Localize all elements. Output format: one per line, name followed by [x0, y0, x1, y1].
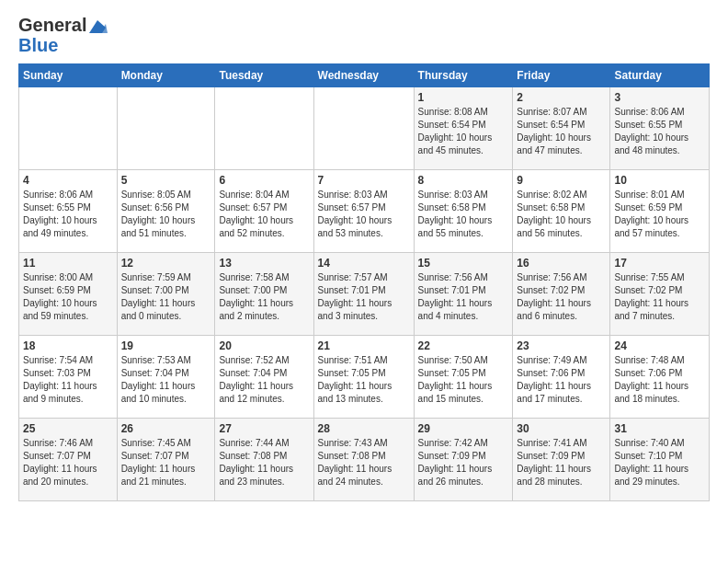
- day-number: 14: [318, 257, 410, 270]
- day-number: 28: [318, 422, 410, 435]
- day-info: Sunrise: 7:46 AMSunset: 7:07 PMDaylight:…: [23, 437, 113, 488]
- day-info: Sunrise: 7:48 AMSunset: 7:06 PMDaylight:…: [614, 354, 705, 406]
- day-info: Sunrise: 8:01 AMSunset: 6:59 PMDaylight:…: [614, 189, 705, 240]
- day-info: Sunrise: 8:04 AMSunset: 6:57 PMDaylight:…: [219, 189, 309, 240]
- calendar-cell: 30Sunrise: 7:41 AMSunset: 7:09 PMDayligh…: [513, 419, 610, 501]
- calendar-cell: 6Sunrise: 8:04 AMSunset: 6:57 PMDaylight…: [215, 170, 313, 253]
- day-number: 19: [121, 339, 211, 352]
- day-info: Sunrise: 7:55 AMSunset: 7:02 PMDaylight:…: [614, 271, 705, 323]
- day-info: Sunrise: 8:06 AMSunset: 6:55 PMDaylight:…: [614, 106, 705, 157]
- day-info: Sunrise: 8:06 AMSunset: 6:55 PMDaylight:…: [23, 189, 113, 240]
- calendar-cell: 5Sunrise: 8:05 AMSunset: 6:56 PMDaylight…: [117, 170, 215, 253]
- day-info: Sunrise: 7:56 AMSunset: 7:01 PMDaylight:…: [418, 271, 509, 323]
- week-row-3: 11Sunrise: 8:00 AMSunset: 6:59 PMDayligh…: [19, 253, 710, 336]
- calendar-cell: [19, 87, 118, 170]
- header-day-tuesday: Tuesday: [215, 64, 313, 87]
- day-number: 16: [517, 257, 606, 270]
- calendar-cell: 29Sunrise: 7:42 AMSunset: 7:09 PMDayligh…: [414, 419, 513, 501]
- calendar-cell: 16Sunrise: 7:56 AMSunset: 7:02 PMDayligh…: [513, 253, 610, 336]
- week-row-4: 18Sunrise: 7:54 AMSunset: 7:03 PMDayligh…: [19, 336, 710, 419]
- calendar-cell: 26Sunrise: 7:45 AMSunset: 7:07 PMDayligh…: [117, 419, 215, 501]
- calendar-cell: 7Sunrise: 8:03 AMSunset: 6:57 PMDaylight…: [313, 170, 414, 253]
- day-info: Sunrise: 8:03 AMSunset: 6:58 PMDaylight:…: [418, 189, 509, 240]
- day-info: Sunrise: 8:00 AMSunset: 6:59 PMDaylight:…: [23, 271, 113, 323]
- calendar-cell: 4Sunrise: 8:06 AMSunset: 6:55 PMDaylight…: [19, 170, 118, 253]
- header-day-wednesday: Wednesday: [313, 64, 414, 87]
- day-info: Sunrise: 7:58 AMSunset: 7:00 PMDaylight:…: [219, 271, 309, 323]
- day-number: 7: [318, 174, 410, 187]
- day-number: 9: [517, 174, 606, 187]
- logo-general: General: [18, 15, 86, 35]
- day-info: Sunrise: 7:49 AMSunset: 7:06 PMDaylight:…: [517, 354, 606, 406]
- calendar-cell: 23Sunrise: 7:49 AMSunset: 7:06 PMDayligh…: [513, 336, 610, 419]
- calendar-cell: 27Sunrise: 7:44 AMSunset: 7:08 PMDayligh…: [215, 419, 313, 501]
- logo-icon: [87, 18, 108, 35]
- calendar-cell: [313, 87, 414, 170]
- calendar-cell: 18Sunrise: 7:54 AMSunset: 7:03 PMDayligh…: [19, 336, 118, 419]
- day-number: 8: [418, 174, 509, 187]
- header-day-sunday: Sunday: [19, 64, 118, 87]
- day-number: 1: [418, 91, 509, 104]
- day-number: 24: [614, 339, 705, 352]
- day-info: Sunrise: 7:43 AMSunset: 7:08 PMDaylight:…: [318, 437, 410, 488]
- week-row-5: 25Sunrise: 7:46 AMSunset: 7:07 PMDayligh…: [19, 419, 710, 501]
- day-info: Sunrise: 8:02 AMSunset: 6:58 PMDaylight:…: [517, 189, 606, 240]
- day-info: Sunrise: 7:51 AMSunset: 7:05 PMDaylight:…: [318, 354, 410, 406]
- day-info: Sunrise: 7:45 AMSunset: 7:07 PMDaylight:…: [121, 437, 211, 488]
- day-number: 23: [517, 339, 606, 352]
- day-number: 31: [614, 422, 705, 435]
- calendar-cell: 15Sunrise: 7:56 AMSunset: 7:01 PMDayligh…: [414, 253, 513, 336]
- header-day-saturday: Saturday: [610, 64, 710, 87]
- day-number: 17: [614, 257, 705, 270]
- page-header: General Blue: [18, 15, 710, 56]
- calendar-cell: 2Sunrise: 8:07 AMSunset: 6:54 PMDaylight…: [513, 87, 610, 170]
- day-info: Sunrise: 8:03 AMSunset: 6:57 PMDaylight:…: [318, 189, 410, 240]
- calendar-table: SundayMondayTuesdayWednesdayThursdayFrid…: [18, 63, 710, 501]
- day-number: 22: [418, 339, 509, 352]
- day-info: Sunrise: 7:57 AMSunset: 7:01 PMDaylight:…: [318, 271, 410, 323]
- day-number: 27: [219, 422, 309, 435]
- day-number: 25: [23, 422, 113, 435]
- calendar-cell: 25Sunrise: 7:46 AMSunset: 7:07 PMDayligh…: [19, 419, 118, 501]
- day-number: 5: [121, 174, 211, 187]
- calendar-cell: 31Sunrise: 7:40 AMSunset: 7:10 PMDayligh…: [610, 419, 710, 501]
- day-number: 15: [418, 257, 509, 270]
- calendar-cell: 8Sunrise: 8:03 AMSunset: 6:58 PMDaylight…: [414, 170, 513, 253]
- day-info: Sunrise: 7:52 AMSunset: 7:04 PMDaylight:…: [219, 354, 309, 406]
- day-info: Sunrise: 7:50 AMSunset: 7:05 PMDaylight:…: [418, 354, 509, 406]
- day-info: Sunrise: 8:05 AMSunset: 6:56 PMDaylight:…: [121, 189, 211, 240]
- day-number: 29: [418, 422, 509, 435]
- day-number: 2: [517, 91, 606, 104]
- calendar-cell: 28Sunrise: 7:43 AMSunset: 7:08 PMDayligh…: [313, 419, 414, 501]
- logo: General Blue: [18, 15, 108, 56]
- day-number: 12: [121, 257, 211, 270]
- day-info: Sunrise: 7:40 AMSunset: 7:10 PMDaylight:…: [614, 437, 705, 488]
- calendar-header-row: SundayMondayTuesdayWednesdayThursdayFrid…: [19, 64, 710, 87]
- week-row-2: 4Sunrise: 8:06 AMSunset: 6:55 PMDaylight…: [19, 170, 710, 253]
- day-number: 13: [219, 257, 309, 270]
- day-info: Sunrise: 7:59 AMSunset: 7:00 PMDaylight:…: [121, 271, 211, 323]
- calendar-cell: 1Sunrise: 8:08 AMSunset: 6:54 PMDaylight…: [414, 87, 513, 170]
- calendar-cell: 11Sunrise: 8:00 AMSunset: 6:59 PMDayligh…: [19, 253, 118, 336]
- day-number: 3: [614, 91, 705, 104]
- day-info: Sunrise: 8:08 AMSunset: 6:54 PMDaylight:…: [418, 106, 509, 157]
- day-number: 11: [23, 257, 113, 270]
- header-day-friday: Friday: [513, 64, 610, 87]
- calendar-cell: 22Sunrise: 7:50 AMSunset: 7:05 PMDayligh…: [414, 336, 513, 419]
- day-info: Sunrise: 7:44 AMSunset: 7:08 PMDaylight:…: [219, 437, 309, 488]
- calendar-cell: 19Sunrise: 7:53 AMSunset: 7:04 PMDayligh…: [117, 336, 215, 419]
- day-info: Sunrise: 7:42 AMSunset: 7:09 PMDaylight:…: [418, 437, 509, 488]
- day-number: 21: [318, 339, 410, 352]
- calendar-cell: 21Sunrise: 7:51 AMSunset: 7:05 PMDayligh…: [313, 336, 414, 419]
- day-number: 4: [23, 174, 113, 187]
- day-info: Sunrise: 8:07 AMSunset: 6:54 PMDaylight:…: [517, 106, 606, 157]
- calendar-cell: 14Sunrise: 7:57 AMSunset: 7:01 PMDayligh…: [313, 253, 414, 336]
- calendar-cell: [117, 87, 215, 170]
- day-number: 6: [219, 174, 309, 187]
- day-number: 18: [23, 339, 113, 352]
- logo-blue-text: Blue: [18, 35, 58, 55]
- calendar-cell: 10Sunrise: 8:01 AMSunset: 6:59 PMDayligh…: [610, 170, 710, 253]
- day-info: Sunrise: 7:54 AMSunset: 7:03 PMDaylight:…: [23, 354, 113, 406]
- day-info: Sunrise: 7:41 AMSunset: 7:09 PMDaylight:…: [517, 437, 606, 488]
- calendar-cell: [215, 87, 313, 170]
